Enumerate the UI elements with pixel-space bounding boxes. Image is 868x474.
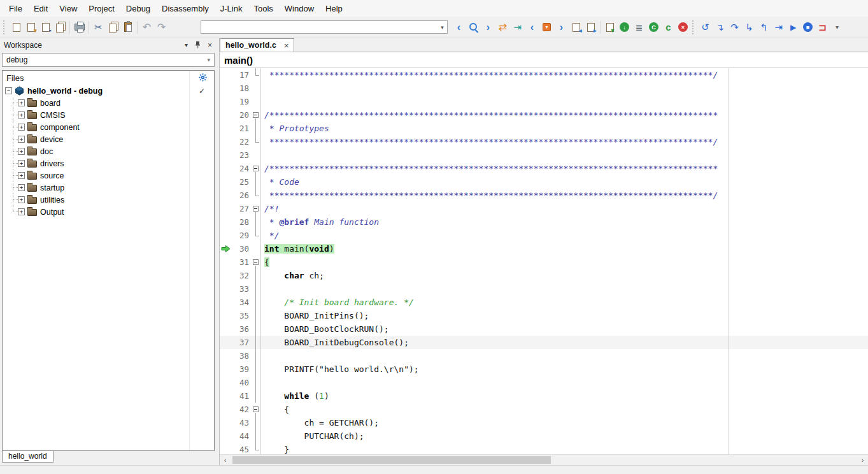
search-input[interactable]	[201, 22, 438, 32]
fold-marker[interactable]	[252, 242, 260, 255]
code-text[interactable]: BOARD_InitDebugConsole();	[260, 336, 868, 349]
expand-icon[interactable]: +	[18, 196, 25, 203]
code-line-30[interactable]: 30int main(void)	[220, 242, 868, 255]
code-line-17[interactable]: 17 *************************************…	[220, 68, 868, 82]
expand-icon[interactable]: +	[18, 208, 25, 215]
line-number[interactable]: 35	[232, 309, 252, 322]
toggle-bookmark-button[interactable]: ▾	[539, 20, 554, 34]
code-line-42[interactable]: 42 {	[220, 403, 868, 416]
expand-icon[interactable]: +	[18, 184, 25, 191]
scrollbar-thumb[interactable]	[232, 456, 551, 464]
download-and-debug-button[interactable]: ↓	[617, 20, 632, 34]
code-line-38[interactable]: 38	[220, 349, 868, 363]
code-text[interactable]: int main(void)	[260, 242, 868, 255]
code-text[interactable]: ch = GETCHAR();	[260, 416, 868, 429]
go-button[interactable]: ▶	[786, 20, 800, 34]
line-number[interactable]: 19	[232, 95, 252, 108]
code-line-22[interactable]: 22 *************************************…	[220, 135, 868, 148]
expand-icon[interactable]: +	[18, 99, 25, 106]
fold-marker[interactable]	[252, 229, 260, 242]
code-line-31[interactable]: 31{	[220, 255, 868, 269]
fold-box-icon[interactable]	[253, 166, 259, 171]
fold-marker[interactable]	[252, 269, 260, 282]
code-text[interactable]: /***************************************…	[260, 108, 868, 122]
code-text[interactable]: BOARD_BootClockRUN();	[260, 322, 868, 336]
code-text[interactable]: /*!	[260, 202, 868, 215]
code-line-20[interactable]: 20/*************************************…	[220, 108, 868, 122]
code-text[interactable]: * Code	[260, 175, 868, 189]
line-number[interactable]: 25	[232, 175, 252, 189]
horizontal-scrollbar[interactable]: ‹ ›	[220, 454, 868, 465]
tree-item-doc[interactable]: +doc	[3, 145, 214, 157]
collapse-icon[interactable]: −	[5, 87, 12, 94]
code-text[interactable]: * Prototypes	[260, 122, 868, 135]
window-menu-icon[interactable]: ▾	[185, 42, 188, 48]
expand-icon[interactable]: +	[18, 160, 25, 167]
step-out-button[interactable]: ↰	[757, 20, 771, 34]
tree-item-drivers[interactable]: +drivers	[3, 157, 214, 169]
tree-item-utilities[interactable]: +utilities	[3, 194, 214, 206]
tree-item-cmsis[interactable]: +CMSIS	[3, 109, 214, 121]
menu-file[interactable]: File	[3, 1, 28, 16]
line-number[interactable]: 22	[232, 135, 252, 148]
configuration-dropdown[interactable]: debug ▾	[2, 53, 215, 67]
code-text[interactable]: PUTCHAR(ch);	[260, 429, 868, 443]
open-document-button[interactable]: ▾	[24, 20, 38, 34]
tree-item-startup[interactable]: +startup	[3, 182, 214, 194]
line-number[interactable]: 42	[232, 403, 252, 416]
code-line-41[interactable]: 41 while (1)	[220, 389, 868, 403]
previous-document-button[interactable]: ◂	[569, 20, 583, 34]
line-number[interactable]: 24	[232, 162, 252, 175]
line-number[interactable]: 18	[232, 82, 252, 95]
code-text[interactable]: ****************************************…	[260, 189, 868, 202]
expand-icon[interactable]: +	[18, 136, 25, 143]
save-document-button[interactable]: ▪	[38, 20, 53, 34]
fold-marker[interactable]	[252, 416, 260, 429]
menu-view[interactable]: View	[53, 1, 83, 16]
stop-button[interactable]: ■	[800, 20, 815, 34]
code-line-24[interactable]: 24/*************************************…	[220, 162, 868, 175]
code-line-40[interactable]: 40	[220, 376, 868, 389]
line-number[interactable]: 23	[232, 148, 252, 162]
code-text[interactable]	[260, 95, 868, 108]
fold-marker[interactable]	[252, 122, 260, 135]
undo-button[interactable]: ↶	[139, 20, 154, 34]
code-line-28[interactable]: 28 * @brief Main function	[220, 215, 868, 229]
code-line-39[interactable]: 39 PRINTF("hello world.\r\n");	[220, 363, 868, 376]
fold-marker[interactable]	[252, 363, 260, 376]
line-number[interactable]: 33	[232, 282, 252, 296]
line-number[interactable]: 38	[232, 349, 252, 363]
fold-marker[interactable]	[252, 349, 260, 363]
menu-project[interactable]: Project	[83, 1, 120, 16]
menu-j-link[interactable]: J-Link	[215, 1, 248, 16]
fold-marker[interactable]	[252, 429, 260, 443]
stop-debugging-button[interactable]: ⊐	[815, 20, 830, 34]
tree-root[interactable]: −hello_world - debug✓	[3, 85, 214, 97]
fold-box-icon[interactable]	[253, 206, 259, 212]
code-line-37[interactable]: 37 BOARD_InitDebugConsole();	[220, 336, 868, 349]
code-text[interactable]	[260, 148, 868, 162]
cut-button[interactable]: ✂	[91, 20, 106, 34]
function-selector-bar[interactable]: main()	[220, 52, 868, 68]
line-number[interactable]: 27	[232, 202, 252, 215]
line-number[interactable]: 28	[232, 215, 252, 229]
line-number[interactable]: 45	[232, 443, 252, 454]
fold-marker[interactable]	[252, 389, 260, 403]
line-number[interactable]: 34	[232, 296, 252, 309]
fold-marker[interactable]	[252, 82, 260, 95]
code-text[interactable]: ****************************************…	[260, 135, 868, 148]
next-statement-button[interactable]: ⇥	[771, 20, 786, 34]
code-text[interactable]: BOARD_InitPins();	[260, 309, 868, 322]
tree-item-output[interactable]: +Output	[3, 206, 214, 218]
line-number[interactable]: 32	[232, 269, 252, 282]
line-number[interactable]: 44	[232, 429, 252, 443]
fold-marker[interactable]	[252, 162, 260, 175]
code-line-43[interactable]: 43 ch = GETCHAR();	[220, 416, 868, 429]
pin-icon[interactable]	[194, 41, 201, 50]
line-number[interactable]: 37	[232, 336, 252, 349]
tab-close-icon[interactable]: ×	[284, 41, 289, 50]
line-number[interactable]: 41	[232, 389, 252, 403]
fold-marker[interactable]	[252, 189, 260, 202]
next-bookmark-button[interactable]: ›	[554, 20, 569, 34]
code-line-33[interactable]: 33	[220, 282, 868, 296]
